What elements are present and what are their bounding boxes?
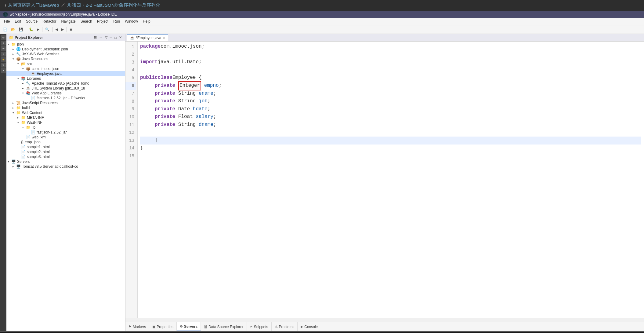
line-number: 2	[125, 51, 136, 59]
tree-item[interactable]: ▸🔧Apache Tomcat v8.5 [Apache Tomc	[6, 81, 125, 86]
tree-item[interactable]: ▾📁WEB-INF	[6, 120, 125, 125]
tree-item[interactable]: ▾📁json	[6, 42, 125, 47]
tree-item[interactable]: {}emp. json	[6, 140, 125, 145]
menu-item-source[interactable]: Source	[24, 18, 40, 24]
left-edge-btn7[interactable]: ⚑	[1, 68, 6, 73]
title-bar: 🌑 workspace - json/src/com/imooc/json/Em…	[0, 11, 644, 18]
toolbar-sep2	[42, 27, 42, 32]
tree-node-icon: 📄	[31, 130, 35, 134]
line-number: 13	[125, 137, 136, 145]
close-panel-btn[interactable]: ✕	[118, 35, 123, 40]
tree-item[interactable]: ▾📚Libraries	[6, 76, 125, 81]
tree-item[interactable]: 📄fastjson-1.2.52. jar	[6, 130, 125, 135]
tree-item[interactable]: 📄sample2. html	[6, 149, 125, 154]
tree-node-icon: 📦	[16, 57, 21, 61]
tree-item[interactable]: ▸📁META-INF	[6, 115, 125, 120]
tree-item[interactable]: ▾📁WebContent	[6, 110, 125, 115]
toolbar-save[interactable]: 💾	[17, 27, 25, 32]
h-scroll[interactable]	[125, 318, 644, 322]
tree-item[interactable]: 📄sample3. html	[6, 154, 125, 159]
tree-node-label: build	[22, 106, 30, 110]
line-number: 15	[125, 152, 136, 160]
left-edge-btn4[interactable]: ↕	[1, 52, 6, 57]
toolbar-run[interactable]: ▶	[35, 27, 41, 32]
tree-item[interactable]: ▾📦com. imooc. json	[6, 66, 125, 71]
left-edge-btn1[interactable]: ⟳	[1, 35, 6, 40]
tree-item[interactable]: ▸☕JRE System Library [jdk1.8.0_18	[6, 86, 125, 91]
code-line	[140, 129, 641, 137]
line-number: 7	[125, 90, 136, 98]
bottom-tab-snippets[interactable]: ✂Snippets	[247, 322, 272, 331]
menu-item-navigate[interactable]: Navigate	[59, 18, 78, 24]
bottom-tab-console[interactable]: ▶Console	[298, 322, 321, 331]
minimize-btn[interactable]: ─	[109, 35, 113, 40]
tree-arrow-icon: ▸	[22, 82, 26, 85]
menu-item-help[interactable]: Help	[140, 18, 153, 24]
tree-item[interactable]: ▸🌐Deployment Descriptor: json	[6, 47, 125, 52]
tree-item[interactable]: ▾🖥️Servers	[6, 159, 125, 164]
tree-node-label: JavaScript Resources	[22, 101, 58, 105]
breadcrumb-link2[interactable]: 步骤四・2-2 FastJSON对象序列化与反序列化	[67, 2, 160, 8]
left-edge-btn3[interactable]: ⇌	[1, 46, 6, 51]
code-content[interactable]: package com.imooc.json;import java.util.…	[138, 42, 644, 318]
toolbar-perspective[interactable]: ☰	[68, 27, 74, 32]
menu-item-refactor[interactable]: Refactor	[40, 18, 59, 24]
project-explorer-icon: 📁	[9, 35, 13, 40]
markers-icon: ⚑	[128, 325, 132, 329]
tree-item[interactable]: ☕Employee. java	[6, 71, 125, 76]
left-edge: ⟳ ≡ ⇌ ↕ ⚡ ✎ ⚑	[0, 34, 6, 331]
collapse-all-btn[interactable]: ⊟	[93, 35, 98, 40]
properties-label: Properties	[157, 325, 173, 329]
left-edge-btn6[interactable]: ✎	[1, 63, 6, 68]
editor-tab-employee[interactable]: ☕ *Employee.java ✕	[127, 34, 168, 41]
tree-arrow-icon: ▸	[13, 101, 16, 104]
tree-item[interactable]: ▸📁build	[6, 105, 125, 110]
menu-item-edit[interactable]: Edit	[12, 18, 24, 24]
breadcrumb-link1[interactable]: 从网页搭建入门JavaWeb	[8, 2, 59, 8]
left-edge-btn2[interactable]: ≡	[1, 41, 6, 46]
menu-item-window[interactable]: Window	[122, 18, 140, 24]
bottom-tab-problems[interactable]: ⚠Problems	[272, 322, 298, 331]
editor-tabs: ☕ *Employee.java ✕	[125, 34, 644, 42]
toolbar-next[interactable]: ▶	[60, 27, 65, 32]
tree-node-icon: ☕	[26, 86, 31, 90]
tree-item[interactable]: ▸📜JavaScript Resources	[6, 101, 125, 105]
tree-arrow-icon: ▾	[13, 111, 16, 114]
menu-item-search[interactable]: Search	[78, 18, 95, 24]
code-editor: ☕ *Employee.java ✕ 123456789101112131415…	[125, 34, 644, 331]
tree-item[interactable]: 📄sample1. html	[6, 145, 125, 149]
menu-item-run[interactable]: Run	[111, 18, 122, 24]
toolbar-debug[interactable]: 🐛	[27, 27, 35, 32]
servers-label: Servers	[184, 324, 197, 329]
toolbar-new[interactable]: 📄	[2, 27, 9, 32]
code-line: }	[140, 145, 641, 152]
toolbar-open[interactable]: 📂	[9, 27, 17, 32]
tree-item[interactable]: ▾📚Web App Libraries	[6, 91, 125, 96]
tree-item[interactable]: ▸🖥️Tomcat v8.5 Server at localhost-co	[6, 164, 125, 169]
toolbar-search[interactable]: 🔍	[44, 27, 51, 32]
left-edge-btn5[interactable]: ⚡	[1, 57, 6, 62]
tree-node-label: WebContent	[22, 111, 42, 115]
toolbar-prev[interactable]: ◀	[54, 27, 59, 32]
tree-item[interactable]: ▾📂src	[6, 61, 125, 66]
tree-node-label: emp. json	[25, 140, 41, 144]
link-editor-btn[interactable]: ↔	[98, 35, 103, 40]
tree-node-icon: 📁	[21, 115, 26, 120]
bottom-tab-markers[interactable]: ⚑Markers	[125, 322, 149, 331]
tree-node-icon: 🖥️	[11, 159, 16, 164]
menu-item-file[interactable]: File	[2, 18, 12, 24]
panel-menu-btn[interactable]: ▽	[104, 35, 108, 40]
maximize-btn[interactable]: □	[114, 35, 118, 40]
menu-item-project[interactable]: Project	[95, 18, 111, 24]
bottom-tab-properties[interactable]: ▣Properties	[149, 322, 177, 331]
bottom-tab-servers[interactable]: ⚙Servers	[177, 322, 201, 331]
tree-item[interactable]: ▾📦Java Resources	[6, 57, 125, 61]
bottom-tab-data-source-explorer[interactable]: 🗄Data Source Explorer	[201, 322, 247, 331]
line-number: 6	[125, 82, 136, 90]
line-number: 12	[125, 129, 136, 137]
tree-item[interactable]: 📄fastjson-1.2.52. jar – D:\works	[6, 96, 125, 101]
editor-tab-close[interactable]: ✕	[162, 36, 165, 40]
tree-item[interactable]: 📄web. xml	[6, 135, 125, 140]
tree-item[interactable]: ▸🔧JAX-WS Web Services	[6, 52, 125, 57]
tree-item[interactable]: ▾📁lib	[6, 125, 125, 130]
